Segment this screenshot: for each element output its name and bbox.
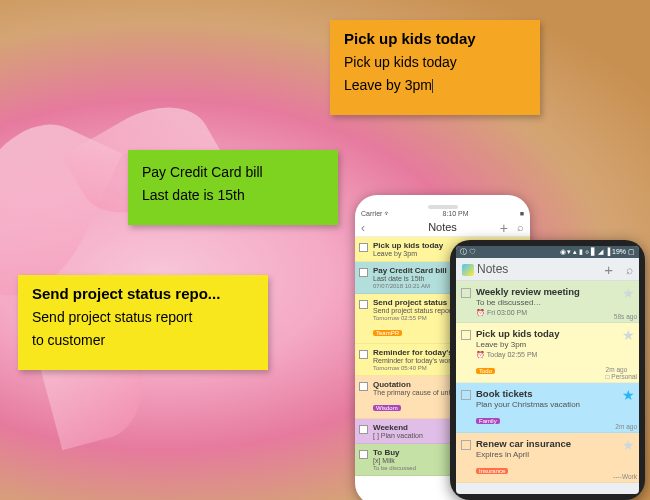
checkbox[interactable] xyxy=(359,300,368,309)
iphone-header: ‹ Notes + ⌕ xyxy=(355,218,530,237)
sticky-line: Last date is 15th xyxy=(142,186,324,206)
note-row[interactable]: ★ Renew car insurance Expires in April I… xyxy=(456,433,639,483)
checkbox[interactable] xyxy=(359,268,368,277)
checkbox[interactable] xyxy=(359,350,368,359)
note-title: Pick up kids today xyxy=(476,328,617,339)
add-icon[interactable]: + xyxy=(500,220,508,236)
star-icon[interactable]: ★ xyxy=(622,387,635,403)
sticky-title: Send project status repo... xyxy=(32,285,254,302)
note-row[interactable]: ★ Weekly review meeting To be discussed…… xyxy=(456,281,639,323)
note-title: Book tickets xyxy=(476,388,617,399)
note-subtitle: Leave by 3pm xyxy=(476,340,617,349)
checkbox[interactable] xyxy=(359,450,368,459)
checkbox[interactable] xyxy=(359,425,368,434)
android-header: Notes + ⌕ xyxy=(456,258,639,281)
star-icon[interactable]: ★ xyxy=(622,437,635,453)
checkbox[interactable] xyxy=(359,243,368,252)
checkbox[interactable] xyxy=(461,288,471,298)
note-title: Weekly review meeting xyxy=(476,286,617,297)
back-icon[interactable]: ‹ xyxy=(361,221,365,235)
android-status-bar: ⓘ ♡ ◉ ▾ ▴ ▮ ⟐ ▋ ◢ ▐ 19% ▢ xyxy=(456,246,639,258)
sticky-note-orange[interactable]: Pick up kids today Pick up kids today Le… xyxy=(330,20,540,115)
star-icon[interactable]: ★ xyxy=(622,285,635,301)
search-icon[interactable]: ⌕ xyxy=(517,221,524,233)
sticky-line: Pick up kids today xyxy=(344,53,526,73)
note-subtitle: To be discussed… xyxy=(476,298,617,307)
sticky-title: Pick up kids today xyxy=(344,30,526,47)
checkbox[interactable] xyxy=(461,390,471,400)
iphone-status-bar: Carrier ᯤ 8:10 PM ■ xyxy=(355,209,530,218)
sticky-line: Send project status report xyxy=(32,308,254,328)
note-row[interactable]: ★ Book tickets Plan your Christmas vacat… xyxy=(456,383,639,433)
star-icon[interactable]: ★ xyxy=(622,327,635,343)
checkbox[interactable] xyxy=(461,440,471,450)
sticky-note-yellow[interactable]: Send project status repo... Send project… xyxy=(18,275,268,370)
add-icon[interactable]: + xyxy=(604,261,613,278)
page-title: Notes xyxy=(477,262,508,276)
checkbox[interactable] xyxy=(359,382,368,391)
sticky-line[interactable]: Leave by 3pm xyxy=(344,76,526,96)
page-title: Notes xyxy=(428,221,457,233)
sticky-line: to customer xyxy=(32,331,254,351)
android-notes-list: ★ Weekly review meeting To be discussed…… xyxy=(456,281,639,483)
checkbox[interactable] xyxy=(461,330,471,340)
note-title: Renew car insurance xyxy=(476,438,617,449)
app-icon xyxy=(462,264,474,276)
note-subtitle: Expires in April xyxy=(476,450,617,459)
android-device: ⓘ ♡ ◉ ▾ ▴ ▮ ⟐ ▋ ◢ ▐ 19% ▢ Notes + ⌕ ★ We… xyxy=(450,240,645,500)
sticky-line: Pay Credit Card bill xyxy=(142,163,324,183)
search-icon[interactable]: ⌕ xyxy=(626,263,633,277)
sticky-note-green[interactable]: Pay Credit Card bill Last date is 15th xyxy=(128,150,338,225)
text-cursor xyxy=(432,79,433,93)
note-subtitle: Plan your Christmas vacation xyxy=(476,400,617,409)
note-row[interactable]: ★ Pick up kids today Leave by 3pm ⏰ Toda… xyxy=(456,323,639,383)
